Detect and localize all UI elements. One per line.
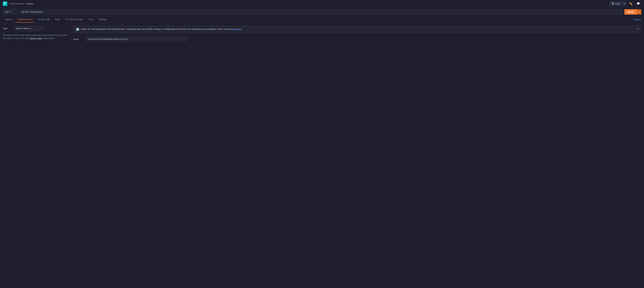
tab-authorization[interactable]: Authorization xyxy=(16,16,35,23)
auth-description: The authorization header will be automat… xyxy=(3,34,68,40)
send-dropdown[interactable]: ▾ xyxy=(637,9,641,14)
topbar-right: Save ▾ ✏️ 💬 xyxy=(609,1,641,6)
alert-close-button[interactable]: ✕ xyxy=(637,27,639,30)
save-dropdown-button[interactable]: ▾ xyxy=(622,1,626,6)
svg-rect-0 xyxy=(4,2,5,3)
type-select[interactable]: Bearer Token ▾ xyxy=(14,26,44,31)
type-row: Type Bearer Token ▾ xyxy=(3,26,68,31)
auth-left-panel: Type Bearer Token ▾ The authorization he… xyxy=(0,23,70,288)
svg-rect-5 xyxy=(612,3,613,3)
save-icon xyxy=(612,2,614,5)
tab-settings-label: Settings xyxy=(99,18,107,21)
method-chevron: ▾ xyxy=(10,10,12,13)
bearer-token-link[interactable]: Bearer Token xyxy=(30,37,42,39)
tab-headers[interactable]: Headers 7 xyxy=(36,16,52,23)
url-input[interactable] xyxy=(19,9,623,14)
save-label: Save xyxy=(615,2,620,5)
type-label: Type xyxy=(3,27,11,30)
variables-link[interactable]: variables xyxy=(234,28,242,30)
alert-icon: ℹ️ xyxy=(76,28,79,31)
save-button-group: Save ▾ xyxy=(609,1,626,6)
type-value: Bearer Token xyxy=(16,27,29,30)
project-name[interactable]: AuthBoilerplate xyxy=(9,2,24,5)
tab-params-label: Params xyxy=(5,18,12,21)
headers-badge: 7 xyxy=(46,18,50,21)
svg-rect-2 xyxy=(4,4,5,5)
alert-text: Heads up! These parameters hold sensitiv… xyxy=(81,28,243,31)
tab-tests-label: Tests xyxy=(88,18,93,21)
svg-rect-6 xyxy=(612,4,613,4)
main-area: Type Bearer Token ▾ The authorization he… xyxy=(0,23,644,288)
tab-authorization-label: Authorization xyxy=(18,18,31,21)
token-input[interactable] xyxy=(86,36,186,42)
app-icon xyxy=(3,1,8,6)
send-button-group: Send ▾ xyxy=(624,9,641,14)
cookies-link[interactable]: Cookies xyxy=(634,16,641,22)
tab-prerequest-label: Pre-request Script xyxy=(66,18,83,21)
authorization-dot xyxy=(31,19,32,20)
save-main-button[interactable]: Save xyxy=(609,1,622,6)
tab-body[interactable]: Body xyxy=(53,16,62,23)
tab-settings[interactable]: Settings xyxy=(96,16,109,23)
route-name: session xyxy=(26,2,34,5)
tab-body-label: Body xyxy=(55,18,60,21)
breadcrumb: AuthBoilerplate / session xyxy=(9,2,34,5)
topbar-left: AuthBoilerplate / session xyxy=(3,1,34,6)
url-bar: GET ▾ Send ▾ xyxy=(0,7,644,16)
auth-right-panel: ℹ️ Heads up! These parameters hold sensi… xyxy=(70,23,644,288)
alert-box: ℹ️ Heads up! These parameters hold sensi… xyxy=(73,25,641,33)
token-row: Token xyxy=(73,36,641,42)
tab-prerequest[interactable]: Pre-request Script xyxy=(63,16,85,23)
topbar: AuthBoilerplate / session Save ▾ ✏️ 💬 xyxy=(0,0,644,7)
tab-tests[interactable]: Tests xyxy=(86,16,96,23)
send-button[interactable]: Send xyxy=(624,9,637,14)
token-label: Token xyxy=(73,38,83,40)
breadcrumb-separator: / xyxy=(24,2,25,5)
type-chevron: ▾ xyxy=(30,27,31,30)
svg-rect-3 xyxy=(5,4,6,5)
edit-button[interactable]: ✏️ xyxy=(628,1,634,6)
tab-params[interactable]: Params xyxy=(3,16,15,23)
request-tabs: Params Authorization Headers 7 Body Pre-… xyxy=(0,16,644,23)
chat-button[interactable]: 💬 xyxy=(635,1,641,6)
svg-rect-1 xyxy=(5,2,6,3)
method-select[interactable]: GET ▾ xyxy=(3,9,18,14)
tab-headers-label: Headers xyxy=(38,18,46,21)
method-value: GET xyxy=(5,10,10,13)
